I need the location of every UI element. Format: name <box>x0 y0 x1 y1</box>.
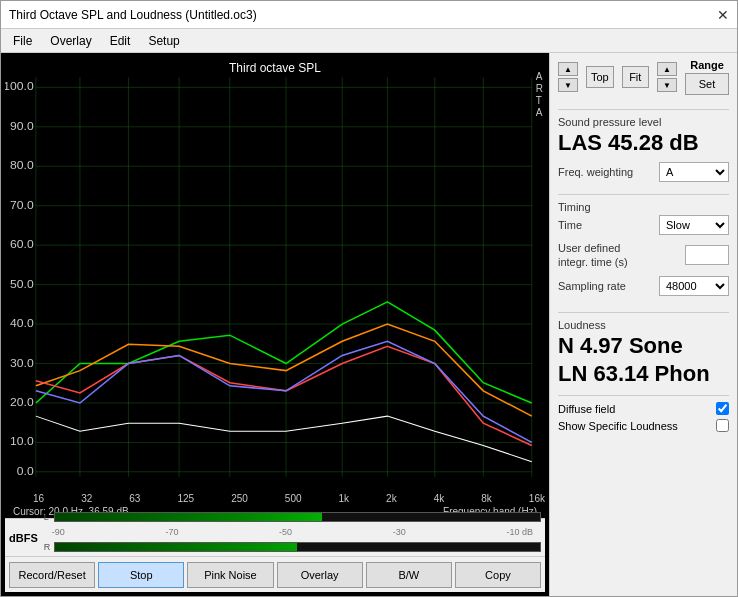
top-button[interactable]: Top <box>586 66 614 88</box>
spl-section-label: Sound pressure level <box>558 116 729 128</box>
top-down-button[interactable]: ▼ <box>558 78 578 92</box>
bottom-buttons: Record/Reset Stop Pink Noise Overlay B/W… <box>5 556 545 592</box>
diffuse-field-checkbox[interactable] <box>716 402 729 415</box>
menu-overlay[interactable]: Overlay <box>42 32 99 50</box>
x-label-500: 500 <box>285 493 302 504</box>
sampling-rate-row: Sampling rate 48000 44100 96000 <box>558 276 729 296</box>
range-arrow-group: ▲ ▼ <box>657 62 677 92</box>
bw-button[interactable]: B/W <box>366 562 452 588</box>
divider-1 <box>558 109 729 110</box>
divider-3 <box>558 312 729 313</box>
r-label: R <box>44 542 52 552</box>
svg-text:70.0: 70.0 <box>10 198 34 210</box>
show-specific-checkbox[interactable] <box>716 419 729 432</box>
title-bar: Third Octave SPL and Loudness (Untitled.… <box>1 1 737 29</box>
x-label-2k: 2k <box>386 493 397 504</box>
scale-t5: -10 dB <box>506 527 533 537</box>
window-title: Third Octave SPL and Loudness (Untitled.… <box>9 8 257 22</box>
diffuse-field-label: Diffuse field <box>558 403 615 415</box>
svg-text:0.0: 0.0 <box>17 464 34 476</box>
timing-label: Timing <box>558 201 729 213</box>
show-specific-label: Show Specific Loudness <box>558 420 678 432</box>
chart-title: Third octave SPL <box>5 59 545 77</box>
record-reset-button[interactable]: Record/Reset <box>9 562 95 588</box>
menu-file[interactable]: File <box>5 32 40 50</box>
range-label: Range <box>690 59 724 71</box>
diffuse-field-row: Diffuse field <box>558 402 729 415</box>
dbfs-label: dBFS <box>9 532 38 544</box>
close-button[interactable]: ✕ <box>717 7 729 23</box>
user-defined-input[interactable]: 10 <box>685 245 729 265</box>
time-select[interactable]: Slow Fast Impulse <box>659 215 729 235</box>
overlay-button[interactable]: Overlay <box>277 562 363 588</box>
l-meter-inactive <box>322 513 540 521</box>
scale-t2: -70 <box>165 527 178 537</box>
x-label-1k: 1k <box>339 493 350 504</box>
time-label: Time <box>558 219 582 231</box>
set-button[interactable]: Set <box>685 73 729 95</box>
l-label: L <box>44 512 52 522</box>
r-meter-bar <box>54 542 541 552</box>
chart-svg: 100.0 90.0 80.0 70.0 60.0 50.0 40.0 30.0… <box>5 57 545 492</box>
scale-t1: -90 <box>52 527 65 537</box>
chart-wrapper: dB Third octave SPL ARTA <box>5 57 545 492</box>
x-label-32: 32 <box>81 493 92 504</box>
spl-section: Sound pressure level LAS 45.28 dB Freq. … <box>558 116 729 188</box>
svg-text:90.0: 90.0 <box>10 119 34 131</box>
scale-top: -90 -70 -50 -30 -10 dB <box>44 527 541 537</box>
sampling-rate-label: Sampling rate <box>558 280 626 292</box>
loudness-ln-value: LN 63.14 Phon <box>558 361 729 387</box>
svg-text:10.0: 10.0 <box>10 435 34 447</box>
range-down-button[interactable]: ▼ <box>657 78 677 92</box>
scale-t3: -50 <box>279 527 292 537</box>
menu-bar: File Overlay Edit Setup <box>1 29 737 53</box>
r-meter-row: R <box>44 539 541 555</box>
x-label-16: 16 <box>33 493 44 504</box>
svg-text:20.0: 20.0 <box>10 395 34 407</box>
top-up-button[interactable]: ▲ <box>558 62 578 76</box>
svg-text:40.0: 40.0 <box>10 317 34 329</box>
fit-button[interactable]: Fit <box>622 66 650 88</box>
freq-weighting-row: Freq. weighting A B C Z <box>558 162 729 182</box>
menu-edit[interactable]: Edit <box>102 32 139 50</box>
freq-weighting-label: Freq. weighting <box>558 166 633 178</box>
user-defined-row: User definedintegr. time (s) 10 <box>558 241 729 270</box>
arta-label: ARTA <box>536 71 543 119</box>
top-arrow-group: ▲ ▼ <box>558 62 578 92</box>
x-label-8k: 8k <box>481 493 492 504</box>
svg-text:50.0: 50.0 <box>10 277 34 289</box>
range-up-button[interactable]: ▲ <box>657 62 677 76</box>
svg-text:30.0: 30.0 <box>10 356 34 368</box>
l-meter-bar <box>54 512 541 522</box>
loudness-n-value: N 4.97 Sone <box>558 333 729 359</box>
chart-area: dB Third octave SPL ARTA <box>1 53 549 596</box>
range-label-group: Range Set <box>685 59 729 95</box>
svg-text:100.0: 100.0 <box>5 80 34 92</box>
x-label-4k: 4k <box>434 493 445 504</box>
r-meter-inactive <box>297 543 540 551</box>
x-label-250: 250 <box>231 493 248 504</box>
svg-rect-0 <box>5 57 545 492</box>
x-axis-labels: 16 32 63 125 250 500 1k 2k 4k 8k 16k <box>5 492 545 505</box>
svg-text:60.0: 60.0 <box>10 238 34 250</box>
time-row: Time Slow Fast Impulse <box>558 215 729 235</box>
loudness-label: Loudness <box>558 319 729 331</box>
dbfs-bar: dBFS L -90 -70 -50 -30 <box>5 518 545 556</box>
stop-button[interactable]: Stop <box>98 562 184 588</box>
main-content: dB Third octave SPL ARTA <box>1 53 737 596</box>
show-specific-row: Show Specific Loudness <box>558 419 729 432</box>
user-defined-label: User definedintegr. time (s) <box>558 241 628 270</box>
top-controls: ▲ ▼ Top Fit ▲ ▼ Range Set <box>558 59 729 95</box>
x-label-16k: 16k <box>529 493 545 504</box>
copy-button[interactable]: Copy <box>455 562 541 588</box>
menu-setup[interactable]: Setup <box>140 32 187 50</box>
freq-weighting-select[interactable]: A B C Z <box>659 162 729 182</box>
sampling-rate-select[interactable]: 48000 44100 96000 <box>659 276 729 296</box>
l-meter-row: L <box>44 509 541 525</box>
svg-text:80.0: 80.0 <box>10 159 34 171</box>
divider-4 <box>558 395 729 396</box>
pink-noise-button[interactable]: Pink Noise <box>187 562 273 588</box>
timing-section: Timing Time Slow Fast Impulse User defin… <box>558 201 729 302</box>
loudness-section: Loudness N 4.97 Sone LN 63.14 Phon <box>558 319 729 390</box>
spl-value: LAS 45.28 dB <box>558 130 729 156</box>
